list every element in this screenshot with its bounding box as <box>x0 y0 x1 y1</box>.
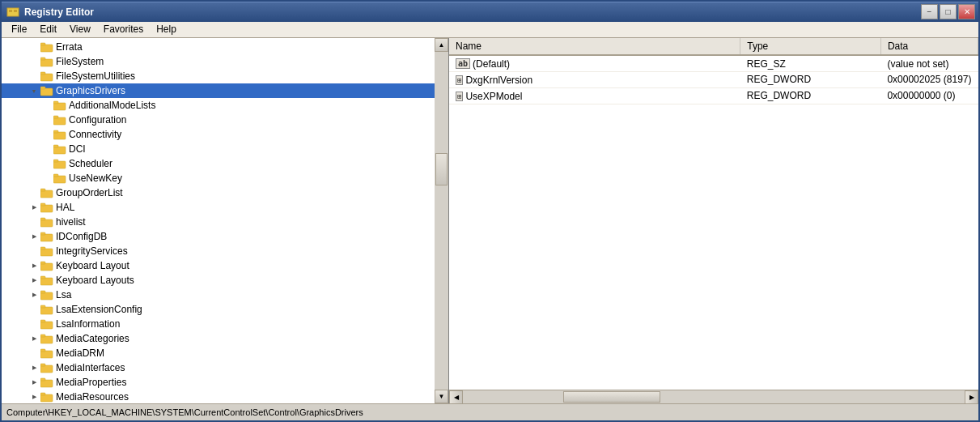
reg-dword-icon-dxgkrnl: ⊞ <box>456 75 463 85</box>
tree-item-graphicsdrivers[interactable]: GraphicsDrivers <box>2 83 435 98</box>
tree-item-grouporderlist[interactable]: GroupOrderList <box>2 185 435 200</box>
hscroll-left-btn[interactable]: ◀ <box>449 390 463 403</box>
close-button[interactable]: ✕ <box>958 4 975 19</box>
table-row[interactable]: ab (Default) REG_SZ (value not set) <box>449 55 978 71</box>
expander-mediainterfaces[interactable] <box>28 361 40 374</box>
col-header-name[interactable]: Name <box>449 38 740 55</box>
svg-rect-19 <box>53 161 66 168</box>
tree-item-hal[interactable]: HAL <box>2 200 435 215</box>
minimize-button[interactable]: − <box>921 4 938 19</box>
tree-item-keyboardlayout[interactable]: Keyboard Layout <box>2 258 435 273</box>
menu-favorites[interactable]: Favorites <box>97 22 150 36</box>
label-connectivity: Connectivity <box>69 129 121 140</box>
tree-vscrollbar[interactable]: ▲ ▼ <box>435 38 448 403</box>
detail-hscrollbar[interactable]: ◀ ▶ <box>449 390 978 403</box>
scroll-thumb[interactable] <box>435 153 448 185</box>
cell-name-dxgkrnl: ⊞ DxgKrnlVersion <box>449 71 740 87</box>
svg-rect-50 <box>40 378 45 381</box>
cell-data-dxgkrnl: 0x00002025 (8197) <box>880 71 978 87</box>
svg-rect-12 <box>53 101 58 104</box>
cell-name-default: ab (Default) <box>449 55 740 71</box>
folder-icon-mediaproperties <box>40 377 53 388</box>
label-graphicsdrivers: GraphicsDrivers <box>56 85 125 96</box>
tree-item-lsainformation[interactable]: LsaInformation <box>2 317 435 331</box>
main-area: Errata FileSystem FileSystemUtilities <box>2 38 978 403</box>
col-header-data[interactable]: Data <box>880 38 978 55</box>
svg-rect-15 <box>53 132 66 139</box>
label-errata: Errata <box>56 41 83 53</box>
tree-pane[interactable]: Errata FileSystem FileSystemUtilities <box>2 38 449 403</box>
label-idconfigdb: IDConfigDB <box>56 231 107 242</box>
expander-keyboardlayout[interactable] <box>28 259 40 272</box>
folder-icon-mediadrm <box>40 347 53 359</box>
tree-item-idconfigdb[interactable]: IDConfigDB <box>2 229 435 244</box>
menu-view[interactable]: View <box>63 22 97 36</box>
menu-edit[interactable]: Edit <box>33 22 63 36</box>
scroll-up-btn[interactable]: ▲ <box>435 38 448 52</box>
menu-help[interactable]: Help <box>150 22 183 36</box>
svg-rect-34 <box>40 262 45 264</box>
tree-item-keyboardlayouts[interactable]: Keyboard Layouts <box>2 273 435 288</box>
svg-rect-17 <box>53 147 66 154</box>
detail-table[interactable]: Name Type Data ab (Default) <box>449 38 978 390</box>
hscroll-thumb[interactable] <box>563 391 660 403</box>
tree-item-integrityservices[interactable]: IntegrityServices <box>2 244 435 258</box>
tree-item-lsa[interactable]: Lsa <box>2 288 435 302</box>
tree-item-lsaextensionconfig[interactable]: LsaExtensionConfig <box>2 302 435 317</box>
tree-item-mediaresources[interactable]: MediaResources <box>2 390 435 403</box>
scroll-down-btn[interactable]: ▼ <box>435 390 448 403</box>
folder-icon-filesystem <box>40 56 53 67</box>
col-header-type[interactable]: Type <box>740 38 881 55</box>
tree-item-mediainterfaces[interactable]: MediaInterfaces <box>2 360 435 375</box>
tree-item-connectivity[interactable]: Connectivity <box>2 127 435 142</box>
expander-graphicsdrivers[interactable] <box>28 84 40 97</box>
menu-file[interactable]: File <box>5 22 33 36</box>
svg-rect-28 <box>40 218 45 220</box>
tree-item-filesystemutilities[interactable]: FileSystemUtilities <box>2 69 435 83</box>
expander-keyboardlayouts[interactable] <box>28 274 40 287</box>
cell-type-usexpmodel: REG_DWORD <box>740 87 881 104</box>
tree-item-additionalmodelists[interactable]: AdditionalModeLists <box>2 98 435 113</box>
tree-item-configuration[interactable]: Configuration <box>2 113 435 127</box>
table-row[interactable]: ⊞ DxgKrnlVersion REG_DWORD 0x00002025 (8… <box>449 71 978 87</box>
svg-rect-39 <box>40 307 53 314</box>
tree-item-hivelist[interactable]: hivelist <box>2 215 435 229</box>
expander-idconfigdb[interactable] <box>28 230 40 243</box>
maximize-button[interactable]: □ <box>940 4 957 19</box>
tree-item-errata[interactable]: Errata <box>2 40 435 54</box>
expander-lsa[interactable] <box>28 288 40 301</box>
tree-item-scheduler[interactable]: Scheduler <box>2 156 435 171</box>
window-title: Registry Editor <box>24 6 94 18</box>
tree-item-filesystem[interactable]: FileSystem <box>2 54 435 69</box>
svg-rect-5 <box>40 59 53 66</box>
svg-rect-20 <box>53 160 58 162</box>
label-keyboardlayout: Keyboard Layout <box>56 260 129 271</box>
table-row[interactable]: ⊞ UseXPModel REG_DWORD 0x00000000 (0) <box>449 87 978 104</box>
expander-mediacategories[interactable] <box>28 332 40 345</box>
tree-item-mediaproperties[interactable]: MediaProperties <box>2 375 435 390</box>
svg-rect-36 <box>40 276 45 279</box>
tree-item-mediadrm[interactable]: MediaDRM <box>2 346 435 360</box>
tree-item-mediacategories[interactable]: MediaCategories <box>2 331 435 346</box>
svg-rect-44 <box>40 335 45 337</box>
label-additionalmodelists: AdditionalModeLists <box>69 100 155 111</box>
svg-rect-38 <box>40 291 45 293</box>
label-filesystemutilities: FileSystemUtilities <box>56 70 135 82</box>
label-hivelist: hivelist <box>56 216 86 228</box>
hscroll-right-btn[interactable]: ▶ <box>965 390 978 403</box>
tree-item-dci[interactable]: DCI <box>2 142 435 156</box>
expander-mediaresources[interactable] <box>28 390 40 403</box>
folder-icon-scheduler <box>53 158 66 169</box>
expander-hal[interactable] <box>28 201 40 214</box>
svg-rect-22 <box>53 174 58 177</box>
svg-rect-21 <box>53 176 66 183</box>
folder-icon-errata <box>40 41 53 53</box>
expander-mediaproperties[interactable] <box>28 376 40 389</box>
scroll-track[interactable] <box>435 52 448 390</box>
folder-icon-keyboardlayout <box>40 260 53 271</box>
tree-item-usenewkey[interactable]: UseNewKey <box>2 171 435 185</box>
folder-icon-hivelist <box>40 216 53 228</box>
folder-icon-lsaextensionconfig <box>40 304 53 315</box>
svg-rect-40 <box>40 305 45 308</box>
hscroll-track[interactable] <box>463 390 965 403</box>
